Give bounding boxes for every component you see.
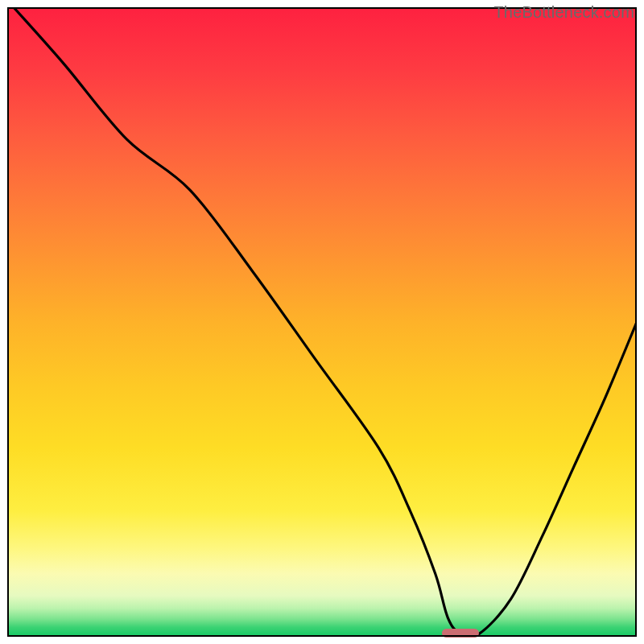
plot-area	[7, 7, 637, 637]
background-gradient	[7, 7, 637, 637]
optimum-marker	[442, 629, 480, 638]
svg-rect-0	[7, 7, 637, 637]
attribution-text: TheBottleneck.com	[493, 3, 634, 22]
chart-stage: TheBottleneck.com	[0, 0, 644, 644]
plot-frame	[7, 7, 637, 637]
